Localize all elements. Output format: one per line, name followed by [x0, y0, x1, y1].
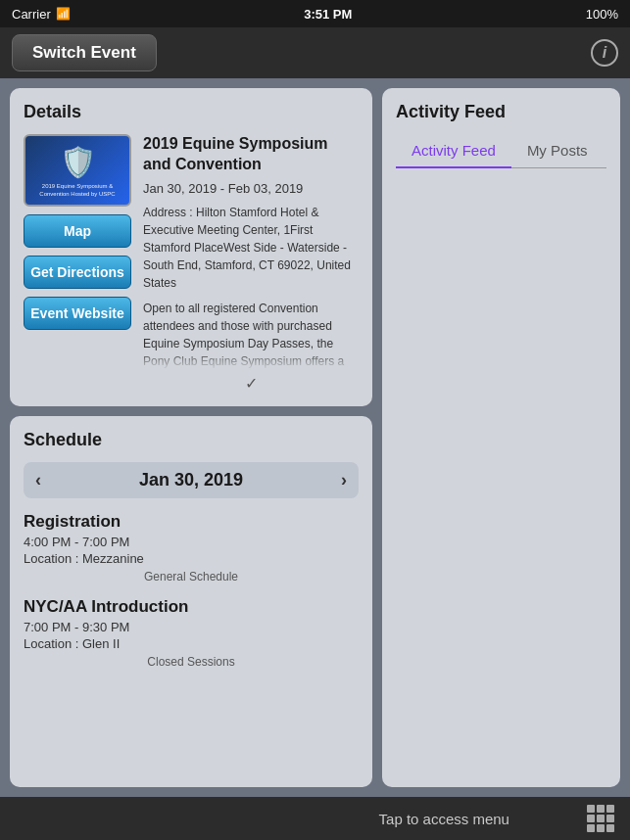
event-title: 2019 Equine Symposium and Convention	[143, 134, 359, 175]
schedule-item-category-1: General Schedule	[24, 570, 359, 583]
event-description: Open to all registered Convention attend…	[143, 300, 359, 370]
logo-shield-icon: 🛡️	[39, 143, 115, 181]
schedule-item-title-2: NYC/AA Introduction	[24, 597, 359, 617]
details-text: 2019 Equine Symposium and Convention Jan…	[143, 134, 359, 393]
top-bar: Switch Event i	[0, 27, 630, 78]
bottom-bar: Tap to access menu	[0, 797, 630, 840]
schedule-item-time-2: 7:00 PM - 9:30 PM	[24, 620, 359, 634]
logo-inner: 🛡️ 2019 Equine Symposium & Convention Ho…	[35, 139, 119, 203]
activity-feed-title: Activity Feed	[396, 102, 606, 122]
activity-feed-panel: Activity Feed Activity Feed My Posts	[382, 88, 620, 787]
schedule-card: Schedule ‹ Jan 30, 2019 › Registration 4…	[10, 416, 372, 787]
expand-icon[interactable]: ✓	[143, 374, 359, 393]
event-date: Jan 30, 2019 - Feb 03, 2019	[143, 181, 359, 196]
website-button[interactable]: Event Website	[24, 297, 131, 330]
event-logo-image: 🛡️ 2019 Equine Symposium & Convention Ho…	[24, 134, 131, 207]
directions-button[interactable]: Get Directions	[24, 256, 131, 289]
tab-activity-feed[interactable]: Activity Feed	[396, 134, 511, 168]
schedule-item-time-1: 4:00 PM - 7:00 PM	[24, 535, 359, 549]
details-inner: 🛡️ 2019 Equine Symposium & Convention Ho…	[24, 134, 359, 393]
switch-event-button[interactable]: Switch Event	[12, 34, 157, 71]
details-title: Details	[24, 102, 359, 122]
map-button[interactable]: Map	[24, 214, 131, 248]
next-date-button[interactable]: ›	[341, 470, 347, 490]
status-carrier: Carrier 📶	[12, 7, 71, 22]
info-icon[interactable]: i	[591, 39, 618, 67]
schedule-nav: ‹ Jan 30, 2019 ›	[24, 462, 359, 498]
schedule-item: NYC/AA Introduction 7:00 PM - 9:30 PM Lo…	[24, 597, 359, 669]
main-content: Details 🛡️ 2019 Equine Symposium & Conve…	[0, 78, 630, 797]
grid-menu-icon[interactable]	[587, 805, 614, 832]
prev-date-button[interactable]: ‹	[35, 470, 41, 490]
event-logo-column: 🛡️ 2019 Equine Symposium & Convention Ho…	[24, 134, 131, 330]
schedule-item-location-2: Location : Glen II	[24, 636, 359, 651]
tab-my-posts[interactable]: My Posts	[511, 134, 604, 167]
schedule-title: Schedule	[24, 430, 359, 450]
schedule-item: Registration 4:00 PM - 7:00 PM Location …	[24, 512, 359, 583]
logo-line2: Convention Hosted by USPC	[39, 191, 115, 199]
schedule-current-date: Jan 30, 2019	[139, 470, 243, 490]
activity-tabs: Activity Feed My Posts	[396, 134, 606, 168]
bottom-bar-label[interactable]: Tap to access menu	[302, 811, 588, 827]
status-time: 3:51 PM	[304, 7, 352, 22]
schedule-item-location-1: Location : Mezzanine	[24, 551, 359, 566]
carrier-label: Carrier	[12, 7, 51, 22]
status-bar: Carrier 📶 3:51 PM 100%	[0, 0, 630, 27]
schedule-item-title-1: Registration	[24, 512, 359, 532]
left-panel: Details 🛡️ 2019 Equine Symposium & Conve…	[10, 88, 372, 787]
logo-line1: 2019 Equine Symposium &	[39, 183, 115, 191]
event-address: Address : Hilton Stamford Hotel & Execut…	[143, 204, 359, 292]
details-card: Details 🛡️ 2019 Equine Symposium & Conve…	[10, 88, 372, 406]
schedule-item-category-2: Closed Sessions	[24, 655, 359, 669]
battery-label: 100%	[586, 7, 618, 22]
wifi-icon: 📶	[56, 7, 71, 21]
